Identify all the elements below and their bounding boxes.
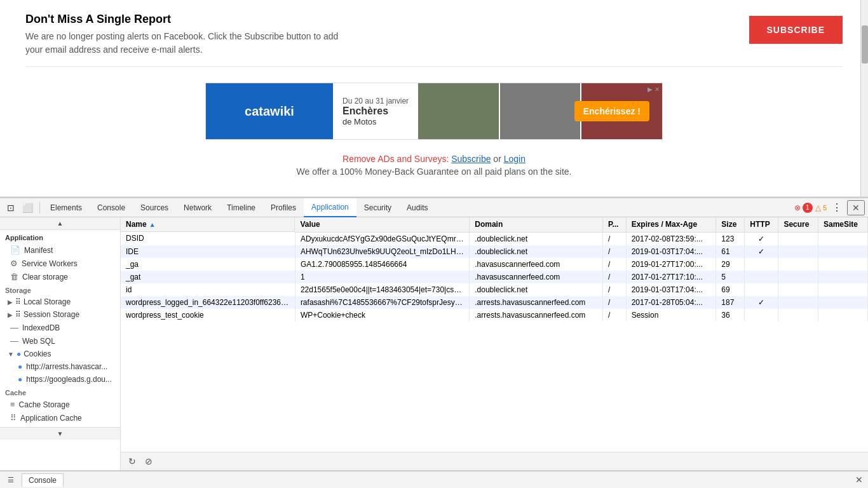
- devtools-tabs-bar: ⊡ ⬜ Elements Console Sources Network Tim…: [0, 198, 868, 217]
- tab-console[interactable]: Console: [90, 198, 133, 217]
- sidebar-item-service-workers[interactable]: ⚙ Service Workers: [0, 257, 120, 270]
- web-sql-icon: —: [10, 336, 18, 346]
- devtools-body: ▲ Application 📄 Manifest ⚙ Service Worke…: [0, 217, 868, 470]
- subscribe-link[interactable]: Subscribe: [451, 154, 491, 164]
- sidebar-item-cookie-arrests-label: http://arrests.havascar...: [26, 362, 107, 371]
- sidebar: ▲ Application 📄 Manifest ⚙ Service Worke…: [0, 217, 121, 470]
- session-storage-arrow: ▶: [8, 311, 13, 318]
- table-row[interactable]: wordpress_test_cookieWP+Cookie+check.arr…: [121, 309, 868, 322]
- sidebar-scroll-down[interactable]: ▼: [55, 429, 66, 438]
- sidebar-item-cookie-googleads[interactable]: ● https://googleads.g.dou...: [0, 373, 120, 386]
- table-cell: /: [602, 296, 626, 309]
- table-cell: DSID: [121, 232, 295, 245]
- sidebar-section-cache-label: Cache: [5, 389, 26, 396]
- sidebar-item-clear-storage-label: Clear storage: [22, 273, 68, 281]
- sidebar-item-web-sql[interactable]: — Web SQL: [0, 334, 120, 348]
- error-count: 1: [803, 203, 813, 213]
- table-row[interactable]: DSIDADyxukucdcAfSYgGZx90deGSuQucJtYEQmrr…: [121, 232, 868, 245]
- sidebar-item-manifest[interactable]: 📄 Manifest: [0, 243, 120, 257]
- sidebar-item-cache-storage[interactable]: ≡ Cache Storage: [0, 398, 120, 411]
- cell-secure: [778, 232, 818, 245]
- devtools-more-btn[interactable]: ⋮: [829, 198, 844, 217]
- col-path[interactable]: P...: [602, 217, 626, 232]
- table-cell: id: [121, 283, 295, 296]
- sidebar-item-cache-storage-label: Cache Storage: [19, 400, 70, 409]
- bid-button[interactable]: Enchérissez !: [574, 101, 649, 121]
- table-row[interactable]: wordpress_logged_in_664322e11203f0ff6236…: [121, 296, 868, 309]
- sidebar-item-cookie-arrests[interactable]: ● http://arrests.havascar...: [0, 360, 120, 373]
- table-cell: [818, 232, 867, 245]
- table-row[interactable]: IDEAHWqTUn623Uhve5k9UUQ2eoLt_mIzDo1LH50h…: [121, 245, 868, 258]
- table-cell: 22d1565f5e0e00c4||t=1483463054|et=730|cs…: [295, 283, 469, 296]
- col-http[interactable]: HTTP: [745, 217, 778, 232]
- report-text: Don't Miss A Single Report We are no lon…: [25, 13, 338, 57]
- table-cell: 61: [716, 245, 745, 258]
- tab-security[interactable]: Security: [356, 198, 399, 217]
- sidebar-item-manifest-label: Manifest: [24, 246, 53, 255]
- sidebar-item-cookies[interactable]: ▼ ● Cookies: [0, 348, 120, 360]
- subscribe-button[interactable]: SUBSCRIBE: [749, 16, 843, 44]
- tab-timeline[interactable]: Timeline: [219, 198, 263, 217]
- col-domain[interactable]: Domain: [470, 217, 603, 232]
- tab-profiles[interactable]: Profiles: [263, 198, 304, 217]
- cell-http: [745, 271, 778, 283]
- console-close-btn[interactable]: ✕: [855, 475, 863, 485]
- table-cell: [818, 296, 867, 309]
- tab-network[interactable]: Network: [176, 198, 219, 217]
- col-samesite[interactable]: SameSite: [818, 217, 867, 232]
- sidebar-item-clear-storage[interactable]: 🗑 Clear storage: [0, 270, 120, 283]
- table-cell: WP+Cookie+check: [295, 309, 469, 322]
- table-cell: /: [602, 258, 626, 271]
- cookies-table[interactable]: Name ▲ Value Domain P... Expires / Max-A…: [121, 217, 868, 452]
- table-cell: rafasashi%7C1485536667%7CF29tofsprJesye0…: [295, 296, 469, 309]
- col-value[interactable]: Value: [295, 217, 469, 232]
- main-panel: Name ▲ Value Domain P... Expires / Max-A…: [121, 217, 868, 470]
- console-menu-btn[interactable]: ☰: [5, 475, 17, 485]
- table-cell: [818, 283, 867, 296]
- table-header-row: Name ▲ Value Domain P... Expires / Max-A…: [121, 217, 868, 232]
- tab-sources[interactable]: Sources: [133, 198, 176, 217]
- manifest-icon: 📄: [10, 245, 20, 255]
- cell-secure: [778, 271, 818, 283]
- tab-dock-icon[interactable]: ⊡: [3, 198, 18, 217]
- table-row[interactable]: _gaGA1.2.790085955.1485466664.havasuscan…: [121, 258, 868, 271]
- sidebar-section-storage: Storage: [0, 283, 120, 295]
- console-tab[interactable]: Console: [22, 473, 64, 487]
- col-size[interactable]: Size: [716, 217, 745, 232]
- console-bar: ☰ Console ✕: [0, 470, 868, 488]
- sidebar-item-session-storage[interactable]: ▶ ⠿ Session Storage: [0, 308, 120, 321]
- cell-secure: [778, 309, 818, 322]
- report-section: Don't Miss A Single Report We are no lon…: [25, 6, 843, 67]
- devtools-close-btn[interactable]: ✕: [847, 200, 865, 215]
- tab-audits[interactable]: Audits: [399, 198, 435, 217]
- scrollbar[interactable]: [860, 0, 868, 196]
- sidebar-item-application-cache[interactable]: ⠿ Application Cache: [0, 411, 120, 424]
- refresh-btn[interactable]: ↻: [126, 455, 139, 468]
- login-link[interactable]: Login: [504, 154, 526, 164]
- console-tab-label: Console: [29, 476, 57, 485]
- table-cell: _gat: [121, 271, 295, 283]
- table-cell: /: [602, 271, 626, 283]
- table-cell: 123: [716, 232, 745, 245]
- sidebar-section-application: Application: [0, 230, 120, 243]
- col-name[interactable]: Name ▲: [121, 217, 295, 232]
- col-secure[interactable]: Secure: [778, 217, 818, 232]
- report-desc: We are no longer posting alerts on Faceb…: [25, 30, 338, 57]
- tab-application[interactable]: Application: [304, 198, 356, 217]
- table-cell: .arrests.havasuscannerfeed.com: [470, 309, 603, 322]
- sidebar-item-indexeddb[interactable]: — IndexedDB: [0, 321, 120, 334]
- sidebar-scroll-up[interactable]: ▲: [55, 219, 66, 228]
- sidebar-item-local-storage[interactable]: ▶ ⠿ Local Storage: [0, 295, 120, 308]
- scroll-thumb[interactable]: [862, 25, 868, 64]
- table-cell: /: [602, 309, 626, 322]
- sidebar-item-indexeddb-label: IndexedDB: [22, 323, 60, 332]
- col-expires[interactable]: Expires / Max-Age: [626, 217, 716, 232]
- remove-ads-text: Remove ADs and Surveys:: [342, 154, 449, 164]
- table-row[interactable]: id22d1565f5e0e00c4||t=1483463054|et=730|…: [121, 283, 868, 296]
- block-btn[interactable]: ⊘: [142, 455, 155, 468]
- table-cell: AHWqTUn623Uhve5k9UUQ2eoLt_mIzDo1LH50h2Qv…: [295, 245, 469, 258]
- table-cell: wordpress_logged_in_664322e11203f0ff6236…: [121, 296, 295, 309]
- tab-elements[interactable]: Elements: [43, 198, 90, 217]
- table-row[interactable]: _gat1.havasuscannerfeed.com/2017-01-27T1…: [121, 271, 868, 283]
- tab-undock-icon[interactable]: ⬜: [18, 198, 37, 217]
